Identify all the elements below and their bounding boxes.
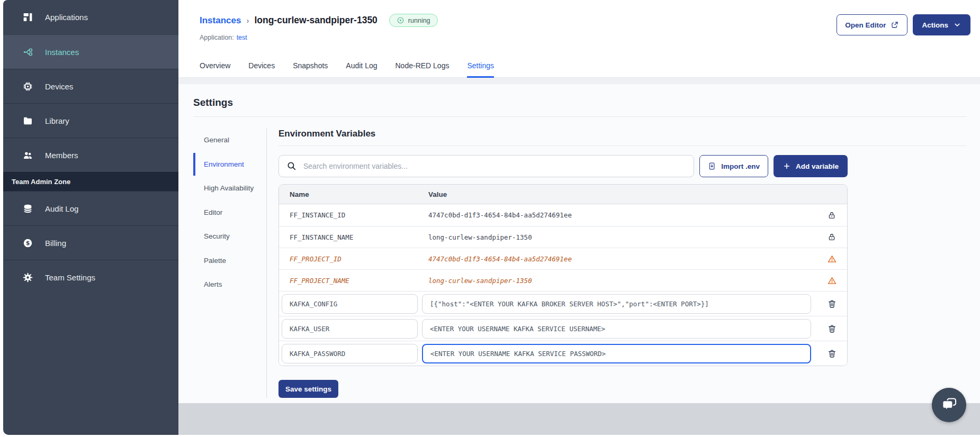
env-var-name-cell (279, 292, 421, 316)
env-var-name-input[interactable] (282, 319, 418, 339)
column-header-name: Name (279, 190, 421, 198)
trash-icon (827, 299, 837, 309)
chevron-down-icon (953, 21, 961, 29)
main-area: Instances › long-curlew-sandpiper-1350 r… (178, 0, 980, 435)
environment-section: Environment Variables Import .env Ad (278, 129, 966, 398)
settings-nav-environment[interactable]: Environment (193, 153, 266, 176)
breadcrumb: Instances › long-curlew-sandpiper-1350 r… (200, 14, 438, 27)
sidebar: ApplicationsInstancesDevicesLibraryMembe… (3, 0, 178, 435)
sidebar-item-team-settings[interactable]: Team Settings (3, 260, 178, 294)
env-var-value-cell (421, 317, 816, 341)
env-var-name-cell: FF_INSTANCE_ID (279, 211, 421, 219)
breadcrumb-instances-link[interactable]: Instances (200, 15, 241, 26)
status-badge: running (389, 14, 438, 27)
env-var-row-kafka-password (279, 341, 847, 366)
instances-icon (22, 47, 33, 58)
settings-nav-high-availability[interactable]: High Availability (193, 177, 266, 200)
settings-nav-security[interactable]: Security (193, 225, 266, 248)
sidebar-item-audit-log[interactable]: Audit Log (3, 191, 178, 225)
env-var-row-ff-project-id: FF_PROJECT_ID4747c0bd-d1f3-4654-84b4-aa5… (279, 248, 847, 269)
env-var-name: FF_INSTANCE_NAME (279, 233, 353, 241)
warning-icon (827, 276, 837, 286)
divider-band (178, 78, 980, 84)
env-var-name-cell (279, 317, 421, 341)
actions-button[interactable]: Actions (913, 14, 970, 35)
applications-icon (22, 12, 33, 23)
env-var-name-cell: FF_PROJECT_ID (279, 255, 421, 263)
warning-icon (827, 254, 837, 264)
env-var-action-cell (816, 324, 847, 334)
sidebar-admin-nav: Audit Log$BillingTeam Settings (3, 191, 178, 294)
sidebar-item-label: Billing (45, 239, 66, 248)
library-icon (22, 115, 33, 126)
env-var-value-cell: long-curlew-sandpiper-1350 (421, 277, 816, 285)
status-badge-label: running (408, 17, 430, 24)
sidebar-item-applications[interactable]: Applications (3, 0, 178, 34)
env-var-value: 4747c0bd-d1f3-4654-84b4-aa5d274691ee (421, 255, 572, 263)
application-row: Application: test (200, 34, 247, 41)
settings-nav-general[interactable]: General (193, 129, 266, 152)
tab-node-red-logs[interactable]: Node-RED Logs (395, 61, 449, 78)
search-input[interactable] (278, 155, 694, 177)
tab-snapshots[interactable]: Snapshots (293, 61, 328, 78)
settings-nav-palette[interactable]: Palette (193, 249, 266, 272)
env-var-action-cell (816, 254, 847, 264)
page-title: long-curlew-sandpiper-1350 (254, 15, 377, 26)
env-var-value-input[interactable] (422, 344, 811, 363)
env-var-value-cell (421, 342, 816, 366)
table-body: FF_INSTANCE_ID4747c0bd-d1f3-4654-84b4-aa… (279, 204, 847, 366)
env-var-value-input[interactable] (422, 319, 811, 339)
lock-icon (827, 211, 837, 220)
env-var-name-cell (279, 342, 421, 366)
delete-variable-button[interactable] (827, 349, 837, 359)
external-link-icon (891, 21, 899, 29)
chat-bubble-icon (940, 396, 958, 414)
env-var-action-cell (816, 299, 847, 309)
search-box (278, 155, 694, 177)
env-var-name-input[interactable] (282, 294, 418, 314)
open-editor-button[interactable]: Open Editor (837, 14, 907, 35)
delete-variable-button[interactable] (827, 324, 837, 334)
delete-variable-button[interactable] (827, 299, 837, 309)
table-header-row: Name Value (279, 185, 847, 204)
tab-devices[interactable]: Devices (248, 61, 275, 78)
sidebar-item-label: Instances (45, 48, 79, 57)
env-var-action-cell (816, 349, 847, 359)
import-env-button[interactable]: Import .env (699, 155, 768, 177)
env-vars-table: Name Value FF_INSTANCE_ID4747c0bd-d1f3-4… (278, 184, 848, 366)
sidebar-item-instances[interactable]: Instances (3, 34, 178, 69)
settings-body: GeneralEnvironmentHigh AvailabilityEdito… (193, 117, 966, 398)
sidebar-item-devices[interactable]: Devices (3, 69, 178, 103)
env-var-action-cell (816, 276, 847, 286)
env-var-value-cell: 4747c0bd-d1f3-4654-84b4-aa5d274691ee (421, 211, 816, 219)
env-var-value: long-curlew-sandpiper-1350 (421, 233, 532, 241)
env-var-action-cell (816, 211, 847, 220)
env-var-row-ff-instance-id: FF_INSTANCE_ID4747c0bd-d1f3-4654-84b4-aa… (279, 204, 847, 226)
application-label: Application: (200, 34, 234, 41)
plus-icon (783, 162, 791, 170)
settings-nav-alerts[interactable]: Alerts (193, 273, 266, 296)
env-var-value-cell (421, 292, 816, 316)
settings-nav-editor[interactable]: Editor (193, 201, 266, 224)
tab-audit-log[interactable]: Audit Log (346, 61, 377, 78)
tab-settings[interactable]: Settings (467, 61, 494, 78)
import-env-label: Import .env (721, 162, 760, 170)
save-settings-button[interactable]: Save settings (278, 380, 338, 398)
chat-widget-button[interactable] (932, 388, 966, 422)
env-controls: Import .env Add variable (278, 155, 848, 177)
members-icon (22, 150, 33, 161)
team-settings-icon (22, 272, 33, 283)
env-var-value-input[interactable] (422, 294, 811, 314)
bottom-strip (178, 403, 980, 435)
tab-overview[interactable]: Overview (200, 61, 230, 78)
audit-log-icon (22, 203, 33, 214)
trash-icon (827, 349, 837, 359)
document-download-icon (708, 162, 716, 170)
env-var-name-input[interactable] (282, 344, 418, 363)
sidebar-item-library[interactable]: Library (3, 103, 178, 138)
sidebar-item-members[interactable]: Members (3, 138, 178, 172)
add-variable-button[interactable]: Add variable (774, 155, 848, 177)
open-editor-label: Open Editor (845, 21, 886, 29)
sidebar-item-billing[interactable]: $Billing (3, 225, 178, 260)
application-link[interactable]: test (237, 34, 247, 41)
